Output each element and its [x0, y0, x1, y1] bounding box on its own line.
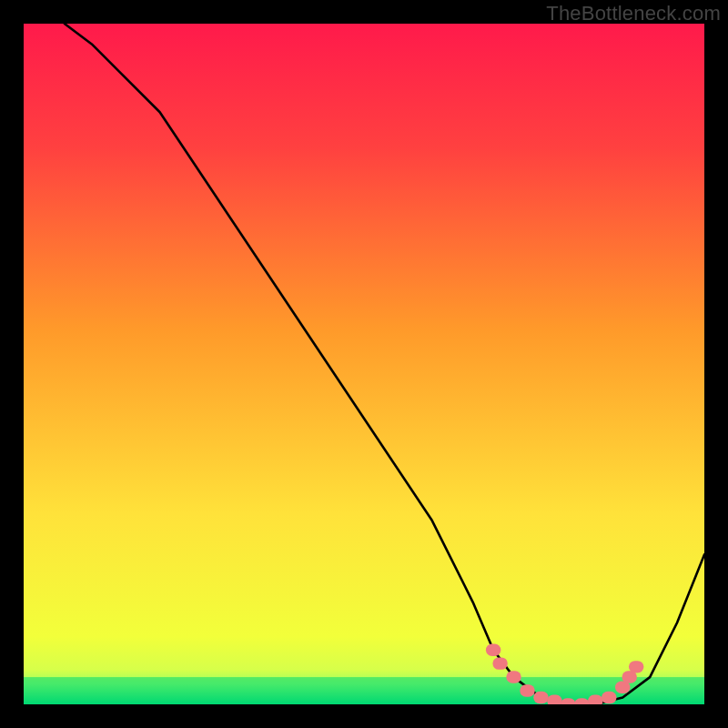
highlight-dot — [533, 692, 548, 703]
watermark-text: TheBottleneck.com — [546, 2, 721, 25]
highlight-dot — [588, 695, 602, 704]
highlight-dot — [520, 684, 534, 696]
highlight-dot — [602, 692, 616, 703]
highlight-dot — [629, 661, 643, 672]
highlight-dot — [492, 657, 507, 669]
gradient-background — [24, 24, 704, 704]
plot-area — [24, 24, 704, 704]
highlight-dot — [486, 643, 500, 655]
highlight-dot — [547, 695, 561, 704]
highlight-dot — [506, 671, 521, 682]
chart-svg — [24, 24, 704, 704]
chart-frame: TheBottleneck.com — [0, 0, 728, 728]
